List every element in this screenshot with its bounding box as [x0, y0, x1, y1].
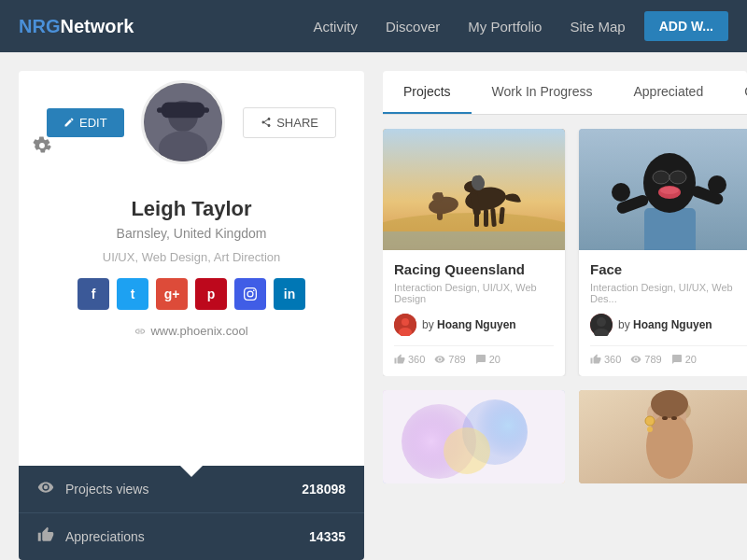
project-author-face: by Hoang Nguyen — [590, 314, 747, 336]
profile-section: Leigh Taylor Barnsley, United Kingdom UI… — [19, 178, 364, 466]
brand-network: Network — [60, 16, 134, 36]
svg-point-24 — [402, 318, 409, 326]
stat-comments: 20 — [475, 354, 500, 365]
profile-website[interactable]: www.phoenix.cool — [37, 324, 345, 338]
svg-point-53 — [645, 416, 655, 426]
profile-skills: UI/UX, Web Design, Art Direction — [37, 250, 345, 264]
views-icon — [37, 479, 54, 499]
navbar-nav: Activity Discover My Portfolio Site Map — [313, 19, 625, 35]
svg-rect-13 — [484, 209, 488, 227]
svg-point-37 — [708, 175, 726, 194]
project-image-face: S — [579, 129, 747, 250]
tabs: Projects Work In Progress Appreciated Co… — [383, 71, 747, 115]
social-twitter[interactable]: t — [117, 278, 148, 310]
stat-views: 789 — [434, 354, 465, 365]
profile-actions: EDIT SHARE — [19, 71, 364, 174]
nav-discover[interactable]: Discover — [386, 19, 440, 35]
svg-point-31 — [669, 171, 686, 184]
appreciations-label: Appreciations — [65, 529, 309, 544]
author-avatar-face — [590, 314, 613, 336]
project-title-face: Face — [590, 261, 747, 277]
nav-portfolio[interactable]: My Portfolio — [468, 19, 542, 35]
social-google[interactable]: g+ — [156, 278, 188, 310]
eye-icon — [434, 354, 445, 365]
horses-illustration — [383, 129, 565, 250]
avatar — [141, 80, 225, 164]
face-illustration: S — [579, 129, 747, 250]
svg-point-29 — [643, 153, 696, 213]
projects-grid-row2 — [383, 390, 747, 483]
appreciations-value: 14335 — [309, 529, 345, 544]
svg-point-51 — [662, 416, 668, 420]
eye-icon-2 — [630, 354, 641, 365]
gear-icon[interactable] — [33, 136, 51, 159]
project-tags-face: Interaction Design, UI/UX, Web Des... — [590, 282, 747, 304]
author-name-face: by Hoang Nguyen — [618, 318, 712, 331]
social-instagram[interactable] — [234, 278, 266, 310]
author-name-racing: by Hoang Nguyen — [422, 318, 516, 331]
tab-projects[interactable]: Projects — [383, 71, 472, 114]
like-icon — [394, 354, 405, 365]
profile-location: Barnsley, United Kingdom — [37, 226, 345, 241]
share-button[interactable]: SHARE — [243, 107, 336, 138]
svg-rect-4 — [157, 107, 165, 113]
nav-sitemap[interactable]: Site Map — [570, 19, 625, 35]
brand-nrg: NRG — [19, 16, 60, 36]
comment-icon — [475, 354, 486, 365]
svg-rect-19 — [437, 202, 443, 220]
views-label: Projects views — [65, 482, 302, 497]
svg-rect-3 — [162, 103, 205, 119]
project-image-colorful — [383, 390, 565, 483]
like-icon-2 — [590, 354, 601, 365]
project-card-lady[interactable] — [579, 390, 747, 483]
project-title-racing: Racing Queensland — [394, 261, 554, 277]
svg-rect-21 — [440, 192, 443, 201]
stats-section: Projects views 218098 Appreciations 1433… — [19, 466, 364, 560]
stat-likes: 360 — [394, 354, 425, 365]
svg-point-39 — [597, 317, 606, 327]
svg-rect-22 — [383, 231, 565, 250]
sidebar: EDIT SHARE — [19, 71, 364, 560]
social-linkedin[interactable]: in — [274, 278, 305, 310]
project-info-racing: Racing Queensland Interaction Design, UI… — [383, 250, 565, 376]
right-content: Projects Work In Progress Appreciated Co… — [364, 52, 747, 560]
svg-point-54 — [647, 427, 653, 432]
brand-logo: NRGNetwork — [19, 16, 134, 37]
project-stats-face: 360 789 20 — [590, 345, 747, 365]
project-image-horses — [383, 129, 565, 250]
svg-point-33 — [660, 187, 679, 194]
add-button[interactable]: ADD W... — [644, 11, 728, 41]
views-value: 218098 — [302, 482, 345, 497]
projects-grid: Racing Queensland Interaction Design, UI… — [383, 129, 747, 376]
nav-activity[interactable]: Activity — [313, 19, 358, 35]
tab-collections[interactable]: Colle... — [724, 71, 747, 114]
appreciations-icon — [37, 526, 54, 547]
link-icon — [134, 326, 146, 337]
svg-rect-5 — [201, 107, 209, 113]
project-card-face[interactable]: S — [579, 129, 747, 376]
svg-rect-27 — [644, 208, 696, 250]
share-icon — [261, 117, 272, 128]
social-facebook[interactable]: f — [78, 278, 109, 310]
sidebar-triangle — [180, 466, 203, 477]
project-author-racing: by Hoang Nguyen — [394, 314, 554, 336]
svg-point-50 — [651, 390, 688, 418]
author-avatar-racing — [394, 314, 416, 336]
svg-point-52 — [671, 416, 677, 420]
social-pinterest[interactable]: p — [195, 278, 227, 310]
stat-appreciations: Appreciations 14335 — [19, 513, 364, 560]
project-tags-racing: Interaction Design, UI/UX, Web Design — [394, 282, 554, 304]
tab-wip[interactable]: Work In Progress — [472, 71, 613, 114]
svg-point-44 — [444, 427, 490, 474]
stat-views-face: 789 — [630, 354, 661, 365]
project-card-racing[interactable]: Racing Queensland Interaction Design, UI… — [383, 129, 565, 376]
svg-point-36 — [612, 183, 630, 202]
tab-appreciated[interactable]: Appreciated — [613, 71, 724, 114]
social-links: f t g+ p in — [37, 278, 345, 310]
project-card-colorful[interactable] — [383, 390, 565, 483]
instagram-icon — [244, 287, 257, 301]
edit-button[interactable]: EDIT — [47, 108, 124, 137]
edit-icon — [63, 117, 75, 128]
main-content: EDIT SHARE — [0, 52, 747, 560]
svg-rect-12 — [474, 208, 479, 227]
